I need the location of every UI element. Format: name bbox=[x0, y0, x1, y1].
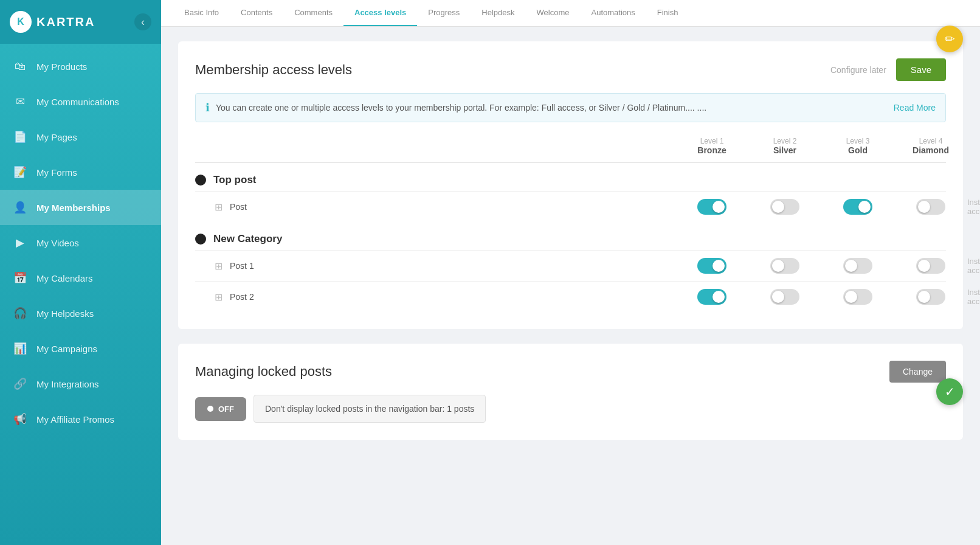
post-row-post1: ⊞ Post 1 bbox=[195, 250, 946, 281]
sidebar-item-label-memberships: My Memberships bbox=[36, 203, 111, 213]
collapse-sidebar-button[interactable]: ‹ bbox=[134, 13, 151, 30]
section-title: Membership access levels bbox=[195, 62, 352, 78]
sidebar-item-forms[interactable]: 📝 My Forms bbox=[0, 154, 161, 190]
check-icon: ✓ bbox=[945, 384, 955, 399]
sidebar-header: K KARTRA ‹ bbox=[0, 0, 161, 44]
category-dot bbox=[195, 175, 206, 186]
tab-finish[interactable]: Finish bbox=[646, 0, 689, 26]
instant-access-post1[interactable]: Instant access ▾ bbox=[967, 257, 980, 275]
category-dot-2 bbox=[195, 234, 206, 245]
save-button[interactable]: Save bbox=[896, 58, 946, 81]
sidebar-item-pages[interactable]: 📄 My Pages bbox=[0, 119, 161, 154]
category-name-2: New Category bbox=[213, 233, 282, 245]
toggle-post2-gold[interactable] bbox=[821, 289, 894, 305]
instant-access-post[interactable]: Instant access ▾ bbox=[967, 198, 980, 216]
forms-icon: 📝 bbox=[12, 164, 28, 180]
sidebar-item-calendars[interactable]: 📅 My Calendars bbox=[0, 260, 161, 296]
toggle-post2-silver[interactable] bbox=[748, 289, 821, 305]
post-row-post2: ⊞ Post 2 bbox=[195, 281, 946, 312]
read-more-link[interactable]: Read More bbox=[894, 103, 936, 113]
category-name: Top post bbox=[213, 174, 257, 186]
info-banner: ℹ You can create one or multiple access … bbox=[195, 93, 946, 122]
level-3-num: Level 3 bbox=[821, 137, 894, 145]
level-4-name: Diamond bbox=[894, 145, 967, 155]
header-actions: Configure later Save bbox=[830, 58, 946, 81]
off-toggle-row: OFF Don't display locked posts in the na… bbox=[195, 395, 946, 423]
configure-later-link[interactable]: Configure later bbox=[830, 65, 886, 75]
toggle-post1-bronze[interactable] bbox=[675, 258, 748, 274]
sidebar-item-label-affiliate: My Affiliate Promos bbox=[36, 414, 114, 425]
info-icon: ℹ bbox=[205, 101, 210, 114]
videos-icon: ▶ bbox=[12, 235, 28, 251]
sidebar-item-memberships[interactable]: 👤 My Memberships bbox=[0, 190, 161, 225]
toggle-post-diamond[interactable] bbox=[894, 199, 967, 215]
level-1-num: Level 1 bbox=[675, 137, 748, 145]
tab-welcome[interactable]: Welcome bbox=[526, 0, 581, 26]
table-header-row: Level 1 Bronze Level 2 Silver Level 3 Go… bbox=[195, 137, 946, 163]
fab-edit-button[interactable]: ✏ bbox=[936, 26, 963, 52]
communications-icon: ✉ bbox=[12, 94, 28, 109]
tab-contents[interactable]: Contents bbox=[230, 0, 283, 26]
toggle-post1-gold[interactable] bbox=[821, 258, 894, 274]
toggle-post-gold[interactable] bbox=[821, 199, 894, 215]
sidebar: K KARTRA ‹ 🛍 My Products ✉ My Communicat… bbox=[0, 0, 161, 545]
post-1-label: ⊞ Post 1 bbox=[195, 260, 675, 272]
sidebar-item-label-calendars: My Calendars bbox=[36, 273, 93, 283]
tab-helpdesk[interactable]: Helpdesk bbox=[471, 0, 525, 26]
level-col-1: Level 1 Bronze bbox=[675, 137, 748, 155]
off-label: OFF bbox=[218, 404, 234, 414]
toggle-post1-diamond[interactable] bbox=[894, 258, 967, 274]
tab-comments[interactable]: Comments bbox=[283, 0, 343, 26]
info-text: You can create one or multiple access le… bbox=[216, 103, 706, 113]
toggle-post2-bronze[interactable] bbox=[675, 289, 748, 305]
toggle-post1-silver[interactable] bbox=[748, 258, 821, 274]
access-table: Level 1 Bronze Level 2 Silver Level 3 Go… bbox=[195, 137, 946, 312]
post-row-post: ⊞ Post bbox=[195, 191, 946, 222]
main-content: Basic InfoContentsCommentsAccess levelsP… bbox=[161, 0, 980, 545]
pages-icon: 📄 bbox=[12, 129, 28, 145]
calendars-icon: 📅 bbox=[12, 270, 28, 286]
toggle-post2-diamond[interactable] bbox=[894, 289, 967, 305]
locked-posts-title: Managing locked posts bbox=[195, 364, 332, 380]
level-2-name: Silver bbox=[748, 145, 821, 155]
tab-progress[interactable]: Progress bbox=[417, 0, 471, 26]
off-toggle-button[interactable]: OFF bbox=[195, 397, 246, 421]
sidebar-item-products[interactable]: 🛍 My Products bbox=[0, 49, 161, 84]
tab-access-levels[interactable]: Access levels bbox=[343, 0, 417, 26]
memberships-icon: 👤 bbox=[12, 200, 28, 215]
locked-posts-card: Managing locked posts Change OFF Don't d… bbox=[178, 344, 963, 440]
sidebar-item-integrations[interactable]: 🔗 My Integrations bbox=[0, 366, 161, 401]
level-3-name: Gold bbox=[821, 145, 894, 155]
sidebar-item-label-helpdesks: My Helpdesks bbox=[36, 308, 94, 319]
tab-bar: Basic InfoContentsCommentsAccess levelsP… bbox=[161, 0, 980, 27]
sidebar-item-label-pages: My Pages bbox=[36, 132, 77, 142]
sidebar-item-communications[interactable]: ✉ My Communications bbox=[0, 84, 161, 119]
logo-icon: K bbox=[10, 11, 32, 33]
tab-automations[interactable]: Automations bbox=[580, 0, 646, 26]
sidebar-item-label-communications: My Communications bbox=[36, 97, 119, 107]
info-left: ℹ You can create one or multiple access … bbox=[205, 101, 706, 114]
sidebar-item-label-integrations: My Integrations bbox=[36, 379, 99, 389]
sidebar-item-helpdesks[interactable]: 🎧 My Helpdesks bbox=[0, 296, 161, 331]
tab-basic-info[interactable]: Basic Info bbox=[173, 0, 230, 26]
integrations-icon: 🔗 bbox=[12, 376, 28, 392]
content-area: Membership access levels Configure later… bbox=[161, 27, 980, 545]
sidebar-item-campaigns[interactable]: 📊 My Campaigns bbox=[0, 331, 161, 366]
sidebar-item-affiliate[interactable]: 📢 My Affiliate Promos bbox=[0, 401, 161, 437]
toggle-post-silver[interactable] bbox=[748, 199, 821, 215]
section-header: Membership access levels Configure later… bbox=[195, 58, 946, 81]
category-new-category: New Category bbox=[195, 222, 946, 250]
change-button[interactable]: Change bbox=[889, 361, 946, 383]
instant-access-text: Instant access bbox=[967, 198, 980, 216]
level-2-num: Level 2 bbox=[748, 137, 821, 145]
level-4-num: Level 4 bbox=[894, 137, 967, 145]
category-top-post: Top post bbox=[195, 163, 946, 191]
instant-access-post2[interactable]: Instant access ▾ bbox=[967, 288, 980, 306]
fab-check-button[interactable]: ✓ bbox=[936, 378, 963, 405]
instant-access-text-2: Instant access bbox=[967, 288, 980, 306]
locked-info-text: Don't display locked posts in the naviga… bbox=[254, 395, 486, 423]
edit-icon: ✏ bbox=[945, 32, 955, 46]
campaigns-icon: 📊 bbox=[12, 341, 28, 356]
sidebar-item-videos[interactable]: ▶ My Videos bbox=[0, 225, 161, 260]
toggle-post-bronze[interactable] bbox=[675, 199, 748, 215]
